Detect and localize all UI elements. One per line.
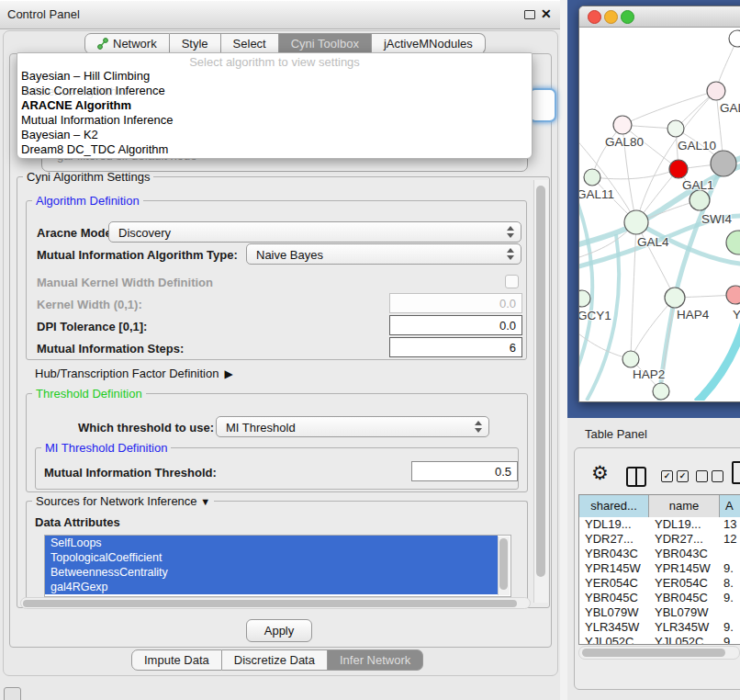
network-node[interactable] xyxy=(711,151,736,176)
gear-icon[interactable]: ⚙ xyxy=(591,462,609,484)
table-row[interactable]: YPR145WYPR145W9. xyxy=(579,561,740,576)
hub-definition-expander[interactable]: Hub/Transcription Factor Definition▶ xyxy=(35,367,233,380)
node-label: HAP2 xyxy=(633,367,665,381)
settings-scrollbar-thumb[interactable] xyxy=(536,186,545,577)
column-header-name[interactable]: name xyxy=(649,495,720,517)
manual-kernel-checkbox[interactable] xyxy=(505,275,519,288)
mi-threshold-label: Mutual Information Threshold: xyxy=(44,466,217,480)
horizontal-scrollbar[interactable] xyxy=(20,597,531,609)
network-node-gal4[interactable] xyxy=(624,210,648,234)
table-row[interactable]: YLR345WYLR345W9. xyxy=(579,620,740,635)
horizontal-scrollbar-thumb[interactable] xyxy=(23,600,517,607)
combo-value: MI Threshold xyxy=(226,421,296,435)
node-label: GAL4 xyxy=(637,235,669,249)
network-window-titlebar[interactable] xyxy=(579,6,740,28)
tab-style[interactable]: Style xyxy=(170,33,221,54)
table-scrollbar-thumb[interactable] xyxy=(582,649,725,657)
list-scrollbar[interactable] xyxy=(498,536,510,595)
algorithm-option[interactable]: Mutual Information Inference xyxy=(17,113,532,128)
tab-impute-data[interactable]: Impute Data xyxy=(131,649,222,671)
dpi-tolerance-field[interactable] xyxy=(389,315,522,335)
aracne-mode-combo[interactable]: Discovery xyxy=(108,221,521,243)
apply-button[interactable]: Apply xyxy=(246,619,312,642)
table-cell: 9 xyxy=(720,635,740,645)
unchecked-box-icon[interactable] xyxy=(696,470,708,482)
checked-box-icon[interactable]: ✓ xyxy=(677,470,689,482)
network-node-gal80[interactable] xyxy=(613,116,632,134)
document-icon[interactable] xyxy=(732,461,740,484)
network-node-hap2[interactable] xyxy=(622,351,639,367)
table-row[interactable]: YBR043CYBR043C xyxy=(579,547,740,561)
tab-discretize-data[interactable]: Discretize Data xyxy=(222,649,328,671)
settings-scrollbar[interactable] xyxy=(533,180,548,603)
table-row[interactable]: YBR045CYBR045C9. xyxy=(579,591,740,605)
table-cell: YBL079W xyxy=(579,605,649,620)
tab-select[interactable]: Select xyxy=(221,33,279,54)
network-node-gal10[interactable] xyxy=(667,120,684,137)
network-node-gal1[interactable] xyxy=(669,160,688,178)
mi-threshold-field[interactable] xyxy=(411,461,518,481)
network-node[interactable] xyxy=(729,30,740,47)
table-cell: YPR145W xyxy=(649,561,720,576)
hub-definition-label: Hub/Transcription Factor Definition xyxy=(35,367,219,380)
tab-infer-network[interactable]: Infer Network xyxy=(328,649,423,671)
network-node-swi4[interactable] xyxy=(690,190,710,210)
network-node[interactable] xyxy=(653,383,669,400)
column-header-partial[interactable]: A xyxy=(720,495,740,517)
minimize-traffic-light[interactable] xyxy=(604,10,618,24)
which-threshold-label: Which threshold to use: xyxy=(78,421,214,435)
network-canvas[interactable]: GALGAL80GAL10GAL1GAL11SWI4GAL4GCY1HAP4YH… xyxy=(579,28,740,401)
network-node-hap4[interactable] xyxy=(665,288,685,308)
spinner-icon xyxy=(506,247,515,262)
float-window-icon[interactable] xyxy=(524,10,535,19)
split-columns-icon[interactable] xyxy=(626,467,646,487)
table-cell: 9. xyxy=(720,620,740,635)
collapse-arrow-icon: ▼ xyxy=(200,496,210,507)
network-node-gcy1[interactable] xyxy=(579,290,590,307)
node-label: GAL11 xyxy=(579,187,614,201)
network-node-gal[interactable] xyxy=(707,82,725,100)
network-node[interactable] xyxy=(726,231,740,254)
table-row[interactable]: YBL079WYBL079W xyxy=(579,605,740,620)
table-row[interactable]: YDR27...YDR27...12 xyxy=(579,532,740,547)
attribute-item[interactable]: TopologicalCoefficient xyxy=(45,550,498,565)
control-panel-tabs: Network Style Select Cyni Toolbox jActiv… xyxy=(84,33,486,54)
algorithm-option[interactable]: Bayesian – Hill Climbing xyxy=(17,69,532,84)
attribute-item[interactable]: gal4RGexp xyxy=(45,580,498,594)
tab-network[interactable]: Network xyxy=(84,33,170,54)
tab-jactivemnodules[interactable]: jActiveMNodules xyxy=(372,33,486,54)
table-panel: Table Panel ⚙ ✓ ✓ shared... name A YDL19… xyxy=(567,418,740,700)
which-threshold-combo[interactable]: MI Threshold xyxy=(216,416,489,437)
table-cell: YLR345W xyxy=(579,620,649,635)
table-row[interactable]: YJL052CYJL052C9 xyxy=(579,635,740,645)
attribute-item[interactable]: SelfLoops xyxy=(45,536,498,550)
algorithm-option[interactable]: Dream8 DC_TDC Algorithm xyxy=(17,142,532,157)
network-node-gal11[interactable] xyxy=(584,169,600,186)
docked-panel-icon[interactable] xyxy=(4,687,21,700)
network-graph[interactable]: GALGAL80GAL10GAL1GAL11SWI4GAL4GCY1HAP4YH… xyxy=(579,28,740,401)
network-node-y[interactable] xyxy=(726,286,740,304)
kernel-width-field[interactable] xyxy=(389,293,522,313)
mi-steps-field[interactable] xyxy=(389,337,522,357)
column-header-shared[interactable]: shared... xyxy=(579,495,649,517)
algorithm-option[interactable]: Bayesian – K2 xyxy=(17,128,532,142)
sources-title[interactable]: Sources for Network Inference ▼ xyxy=(32,494,214,508)
mi-type-combo[interactable]: Naive Bayes xyxy=(246,243,521,265)
unchecked-box-icon[interactable] xyxy=(712,470,723,482)
checked-box-icon[interactable]: ✓ xyxy=(661,470,673,482)
attribute-item[interactable]: BetweennessCentrality xyxy=(45,565,498,580)
list-scrollbar-thumb[interactable] xyxy=(499,538,508,590)
network-view-backdrop: GALGAL80GAL10GAL1GAL11SWI4GAL4GCY1HAP4YH… xyxy=(567,0,740,418)
mi-steps-label: Mutual Information Steps: xyxy=(37,342,184,356)
manual-kernel-label: Manual Kernel Width Definition xyxy=(37,276,213,289)
tab-cyni-toolbox[interactable]: Cyni Toolbox xyxy=(279,33,372,54)
spinner-icon xyxy=(506,225,515,240)
table-horizontal-scrollbar[interactable] xyxy=(578,646,740,660)
close-traffic-light[interactable] xyxy=(588,10,601,24)
table-row[interactable]: YDL19...YDL19...13 xyxy=(579,517,740,532)
table-row[interactable]: YER054CYER054C8. xyxy=(579,576,740,591)
zoom-traffic-light[interactable] xyxy=(621,10,634,24)
close-icon[interactable]: ✕ xyxy=(541,6,552,21)
cyni-bottom-tabs: Impute Data Discretize Data Infer Networ… xyxy=(131,649,423,671)
algorithm-option[interactable]: ARACNE Algorithm xyxy=(17,98,532,113)
